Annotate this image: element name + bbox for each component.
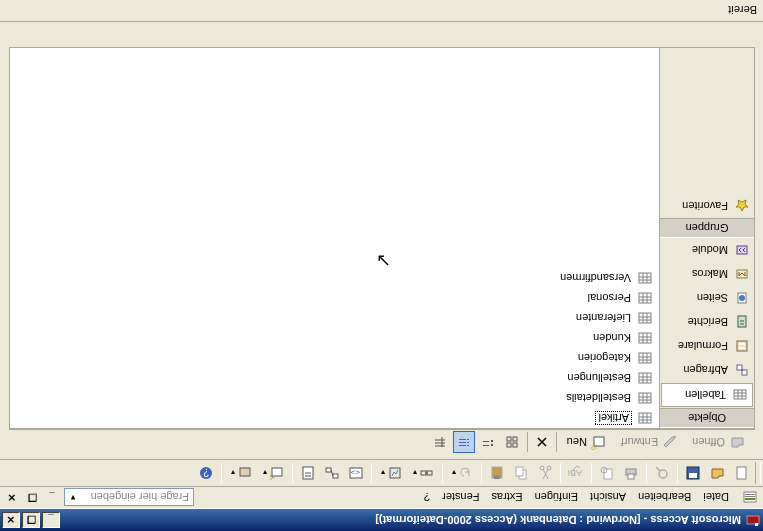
copy-button[interactable] — [510, 462, 532, 484]
sidebar-item-seiten[interactable]: Seiten — [660, 286, 754, 310]
table-row[interactable]: Bestellungen — [10, 368, 659, 388]
table-icon — [637, 331, 653, 345]
sidebar-item-module[interactable]: Module — [660, 238, 754, 262]
help-search-box[interactable]: Frage hier eingeben ▼ — [64, 489, 194, 507]
close-button[interactable]: ✕ — [2, 512, 20, 528]
search-button[interactable] — [651, 462, 673, 484]
table-row[interactable]: Bestelldetails — [10, 388, 659, 408]
sidebar-item-label: Formulare — [678, 340, 728, 352]
svg-rect-54 — [459, 440, 466, 441]
svg-rect-3 — [745, 499, 755, 501]
svg-rect-41 — [513, 444, 517, 448]
view-list[interactable] — [453, 432, 475, 454]
menu-extras[interactable]: Extras — [485, 490, 528, 506]
svg-rect-4 — [745, 497, 755, 498]
svg-rect-46 — [483, 446, 489, 447]
menu-bearbeiten[interactable]: Bearbeiten — [632, 490, 697, 506]
svg-rect-50 — [459, 446, 466, 447]
doc-minimize-button[interactable]: _ — [44, 491, 60, 505]
newobj-button[interactable]: ✧▼ — [258, 462, 288, 484]
svg-text:<>: <> — [350, 468, 360, 477]
svg-rect-92 — [639, 353, 651, 363]
table-row[interactable]: Personal — [10, 288, 659, 308]
menu-help[interactable]: ? — [418, 490, 436, 506]
sidebar-item-tabellen[interactable]: Tabellen — [661, 383, 753, 407]
macro-icon — [734, 266, 750, 282]
open-button[interactable] — [706, 462, 728, 484]
svg-rect-29 — [326, 468, 331, 472]
maximize-button[interactable]: ❐ — [22, 512, 40, 528]
menu-datei[interactable]: Datei — [697, 490, 735, 506]
menu-fenster[interactable]: Fenster — [436, 490, 485, 506]
view-large-icons[interactable] — [501, 432, 523, 454]
preview-button[interactable] — [596, 462, 618, 484]
sidebar-item-makros[interactable]: Makros — [660, 262, 754, 286]
doc-icon — [741, 489, 759, 507]
sidebar-item-formulare[interactable]: Formulare — [660, 334, 754, 358]
table-row[interactable]: Kunden — [10, 328, 659, 348]
db-open-button[interactable]: Öffnen — [686, 432, 751, 454]
minimize-button[interactable]: _ — [42, 512, 60, 528]
code-button[interactable]: <> — [345, 462, 367, 484]
svg-text:✧: ✧ — [591, 443, 598, 451]
table-icon — [637, 411, 653, 425]
gruppen-header[interactable]: Gruppen — [660, 218, 754, 238]
help-button[interactable]: ? — [195, 462, 217, 484]
sidebar-item-label: Abfragen — [683, 364, 728, 376]
svg-rect-42 — [507, 444, 511, 448]
table-icon — [637, 391, 653, 405]
db-delete-button[interactable] — [532, 432, 552, 454]
sidebar-item-favoriten[interactable]: Favoriten — [660, 194, 754, 218]
svg-rect-97 — [639, 333, 651, 343]
title-bar: Microsoft Access - [Nordwind : Datenbank… — [0, 509, 763, 531]
link-button[interactable]: ▼ — [408, 462, 438, 484]
menu-einfugen[interactable]: Einfügen — [529, 490, 584, 506]
svg-rect-36 — [240, 468, 250, 476]
svg-rect-68 — [739, 347, 745, 349]
view-small-icons[interactable] — [477, 432, 499, 454]
sidebar-item-abfragen[interactable]: Abfragen — [660, 358, 754, 382]
svg-line-66 — [741, 369, 743, 371]
newobj2-button[interactable]: ▼ — [226, 462, 256, 484]
analyze-button[interactable]: ▼ — [376, 462, 406, 484]
table-row[interactable]: Lieferanten — [10, 308, 659, 328]
properties-button[interactable] — [297, 462, 319, 484]
db-new-button[interactable]: ✧ Neu — [561, 432, 613, 454]
cut-button[interactable] — [534, 462, 556, 484]
table-icon — [637, 371, 653, 385]
relations-button[interactable] — [321, 462, 343, 484]
paste-button[interactable] — [486, 462, 508, 484]
svg-rect-53 — [467, 440, 469, 441]
table-name: Versandfirmen — [560, 272, 631, 284]
page-icon — [734, 290, 750, 306]
svg-text:✧: ✧ — [270, 472, 275, 480]
table-row[interactable]: Artikel — [10, 408, 659, 428]
toolbar-handle[interactable] — [755, 462, 761, 484]
svg-line-30 — [331, 470, 333, 476]
new-button[interactable] — [730, 462, 752, 484]
sidebar-item-berichte[interactable]: Berichte — [660, 310, 754, 334]
svg-rect-82 — [639, 393, 651, 403]
svg-rect-45 — [491, 445, 493, 447]
svg-rect-21 — [494, 476, 500, 479]
svg-point-9 — [659, 470, 667, 478]
svg-rect-5 — [745, 495, 755, 496]
db-design-button[interactable]: Entwurf — [615, 432, 684, 454]
svg-point-17 — [540, 466, 544, 470]
print-button[interactable] — [620, 462, 642, 484]
save-button[interactable] — [682, 462, 704, 484]
table-row[interactable]: Kategorien — [10, 348, 659, 368]
table-row[interactable]: Versandfirmen — [10, 268, 659, 288]
doc-close-button[interactable]: ✕ — [4, 491, 20, 505]
object-list: Artikel Bestelldetails Bestellungen Kate… — [9, 47, 659, 429]
view-details[interactable] — [429, 432, 451, 454]
doc-restore-button[interactable]: ❐ — [24, 491, 40, 505]
undo-button[interactable]: ▼ — [447, 462, 477, 484]
svg-text:?: ? — [203, 467, 209, 478]
menu-ansicht[interactable]: Ansicht — [584, 490, 632, 506]
svg-rect-0 — [747, 516, 759, 524]
svg-rect-49 — [467, 446, 469, 447]
objekte-header[interactable]: Objekte — [660, 408, 754, 428]
spelling-button[interactable]: ABC — [565, 462, 587, 484]
table-icon — [732, 387, 748, 403]
